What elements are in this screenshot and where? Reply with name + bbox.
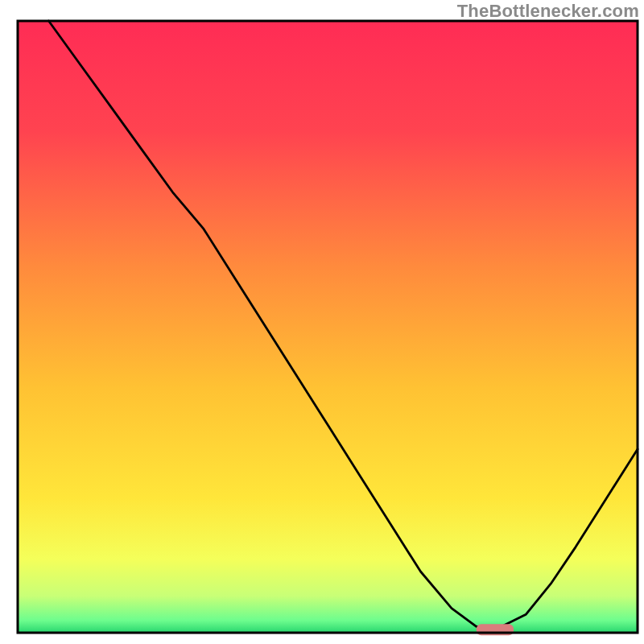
- watermark: TheBottlenecker.com: [457, 1, 639, 22]
- chart-container: TheBottlenecker.com: [0, 0, 644, 644]
- plot-background: [18, 21, 638, 633]
- bottleneck-chart: [0, 0, 644, 644]
